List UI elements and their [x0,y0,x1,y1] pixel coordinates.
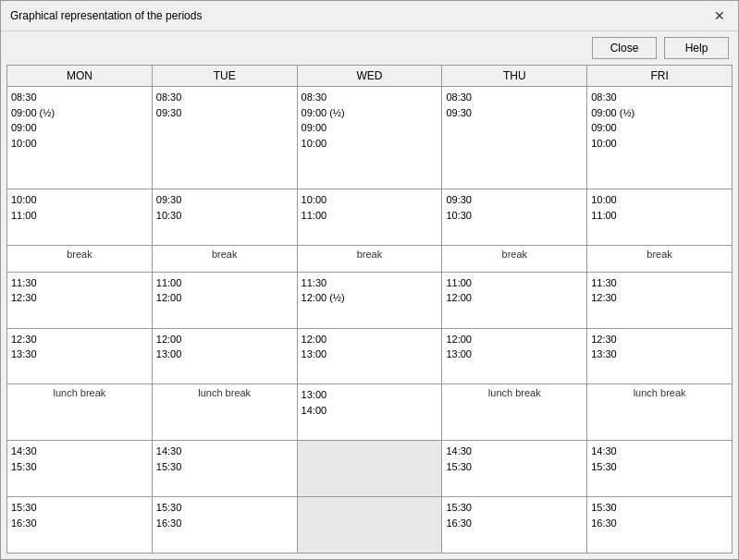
wed-break1: break [297,245,442,272]
header-thu: THU [442,66,587,87]
fri-r4: 11:30 12:30 [587,272,733,328]
mon-r5: 12:30 13:30 [7,328,153,384]
fri-r2: 10:00 11:00 [587,189,733,246]
thu-break1: break [442,245,587,272]
header-mon: MON [7,66,153,87]
thu-r8: 14:30 15:30 [442,441,587,497]
fri-r8: 14:30 15:30 [587,441,733,497]
tue-break1: break [152,245,297,272]
close-x-button[interactable]: ✕ [710,8,729,23]
fri-break1: break [587,245,733,272]
close-button[interactable]: Close [592,37,657,59]
help-button[interactable]: Help [664,37,729,59]
tue-r9: 15:30 16:30 [152,497,297,554]
tue-lunch: lunch break [152,384,297,441]
wed-r9 [297,497,442,554]
mon-r8: 14:30 15:30 [7,441,153,497]
header-wed: WED [297,66,442,87]
tue-r5: 12:00 13:00 [152,328,297,384]
wed-r2: 10:00 11:00 [297,189,442,246]
tue-r8: 14:30 15:30 [152,441,297,497]
wed-r5: 12:00 13:00 [297,328,442,384]
wed-r6: 13:00 14:00 [297,384,442,441]
mon-r2: 10:00 11:00 [7,189,153,246]
tue-r1: 08:30 09:30 [152,87,297,189]
wed-r8 [297,441,442,497]
thu-r5: 12:00 13:00 [442,328,587,384]
wed-r1: 08:30 09:00 (½) 09:00 10:00 [297,87,442,189]
mon-r4: 11:30 12:30 [7,272,153,328]
mon-break1: break [7,245,153,272]
fri-lunch: lunch break [587,384,733,441]
tue-r4: 11:00 12:00 [152,272,297,328]
title-bar: Graphical representation of the periods … [1,1,738,31]
thu-r9: 15:30 16:30 [442,497,587,554]
mon-r9: 15:30 16:30 [7,497,153,554]
thu-r2: 09:30 10:30 [442,189,587,246]
header-tue: TUE [152,66,297,87]
thu-r1: 08:30 09:30 [442,87,587,189]
tue-r2: 09:30 10:30 [152,189,297,246]
fri-r9: 15:30 16:30 [587,497,733,554]
schedule-grid-area: MON TUE WED THU FRI 08:30 09:00 (½) 09:0… [1,65,738,559]
thu-lunch: lunch break [442,384,587,441]
mon-r1: 08:30 09:00 (½) 09:00 10:00 [7,87,153,189]
schedule-table: MON TUE WED THU FRI 08:30 09:00 (½) 09:0… [6,65,733,554]
header-fri: FRI [587,66,733,87]
main-window: Graphical representation of the periods … [0,0,739,560]
toolbar: Close Help [1,31,738,65]
thu-r4: 11:00 12:00 [442,272,587,328]
fri-r5: 12:30 13:30 [587,328,733,384]
fri-r1: 08:30 09:00 (½) 09:00 10:00 [587,87,733,189]
window-title: Graphical representation of the periods [10,9,202,22]
wed-r4: 11:30 12:00 (½) [297,272,442,328]
mon-lunch: lunch break [7,384,153,441]
